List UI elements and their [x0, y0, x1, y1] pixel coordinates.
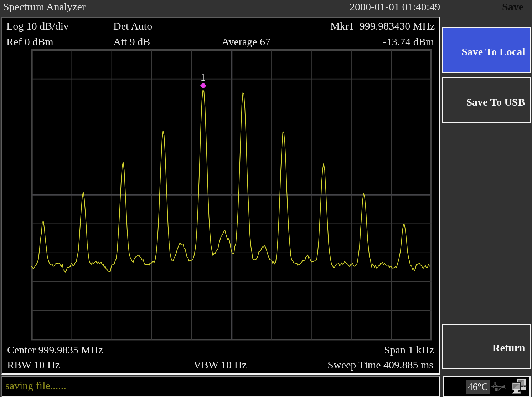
svg-text:1: 1: [201, 71, 206, 83]
